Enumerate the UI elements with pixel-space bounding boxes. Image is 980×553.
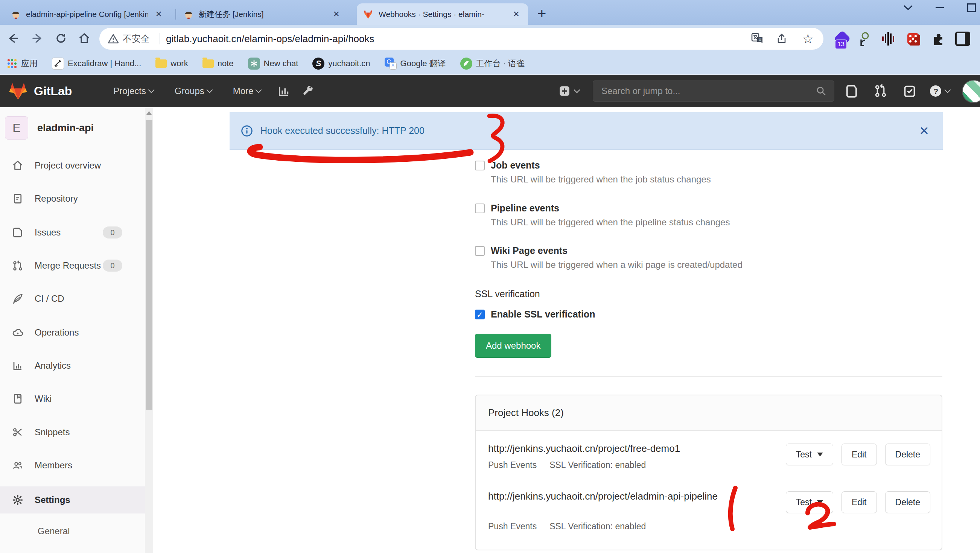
project-sidebar: E eladmin-api Project overview Repositor… bbox=[0, 107, 153, 553]
tab-close-icon[interactable]: ✕ bbox=[331, 10, 342, 19]
info-icon bbox=[241, 125, 253, 137]
alert-close-icon[interactable]: ✕ bbox=[919, 124, 929, 138]
activity-chart-icon[interactable] bbox=[277, 85, 290, 97]
chevron-down-icon bbox=[574, 87, 580, 93]
bookmark-excalidraw[interactable]: Excalidraw | Hand... bbox=[52, 57, 141, 70]
home-icon[interactable] bbox=[74, 28, 95, 49]
chevron-down-icon bbox=[945, 87, 951, 93]
hook-url: http://jenkins.yuchaoit.cn/project/free-… bbox=[488, 440, 680, 456]
sidebar-item-project-overview[interactable]: Project overview bbox=[0, 154, 145, 177]
scrollbar-thumb[interactable] bbox=[146, 120, 153, 410]
test-button[interactable]: Test bbox=[786, 443, 833, 466]
extensions-puzzle-icon[interactable] bbox=[931, 32, 945, 46]
edit-button[interactable]: Edit bbox=[842, 491, 877, 513]
scroll-up-arrow-icon[interactable] bbox=[146, 111, 152, 115]
address-bar[interactable]: 不安全 gitlab.yuchaoit.cn/elamin-ops/eladmi… bbox=[99, 28, 823, 50]
menu-more[interactable]: More bbox=[233, 86, 261, 96]
admin-wrench-icon[interactable] bbox=[301, 85, 314, 97]
sidebar-item-wiki[interactable]: Wiki bbox=[0, 388, 145, 410]
sidebar-item-ci-cd[interactable]: CI / CD bbox=[0, 288, 145, 310]
hook-meta: Push Events SSL Verification: enabled bbox=[488, 521, 646, 532]
tab-jenkins-config[interactable]: eladmin-api-pipeline Config [Jenkins] ✕ bbox=[5, 3, 170, 25]
window-maximize-button[interactable] bbox=[963, 0, 980, 15]
extension-person-icon[interactable] bbox=[858, 31, 872, 46]
sidebar-item-settings[interactable]: Settings bbox=[0, 486, 145, 513]
edit-button[interactable]: Edit bbox=[842, 443, 877, 466]
forward-icon[interactable] bbox=[27, 28, 48, 49]
sidebar-item-members[interactable]: Members bbox=[0, 454, 145, 477]
bookmark-work-folder[interactable]: work bbox=[156, 59, 188, 68]
sidebar-scrollbar[interactable] bbox=[145, 107, 153, 553]
new-tab-button[interactable]: + bbox=[538, 5, 546, 22]
ci-cd-icon bbox=[11, 293, 24, 304]
tab-gitlab-webhooks[interactable]: Webhooks · Settings · elamin- ✕ bbox=[357, 3, 528, 25]
hook-ssl-status: SSL Verification: enabled bbox=[549, 460, 646, 470]
bookmark-apps[interactable]: 应用 bbox=[7, 58, 38, 69]
sidebar-item-merge-requests[interactable]: Merge Requests 0 bbox=[0, 254, 145, 277]
merge-requests-shortcut-icon[interactable] bbox=[874, 84, 888, 98]
tab-close-icon[interactable]: ✕ bbox=[511, 10, 522, 19]
user-avatar[interactable] bbox=[962, 80, 980, 103]
test-button[interactable]: Test bbox=[786, 491, 833, 513]
tab-close-icon[interactable]: ✕ bbox=[153, 10, 164, 19]
search-input[interactable] bbox=[601, 86, 816, 97]
help-icon[interactable]: ? bbox=[929, 84, 950, 98]
document-icon bbox=[11, 193, 24, 204]
delete-button[interactable]: Delete bbox=[885, 491, 930, 513]
reload-icon[interactable] bbox=[51, 28, 72, 49]
add-webhook-button[interactable]: Add webhook bbox=[475, 334, 551, 358]
gitlab-search[interactable] bbox=[593, 81, 834, 102]
translate-icon[interactable]: X bbox=[751, 33, 764, 45]
extensions-area: 13 bbox=[836, 29, 980, 49]
sidebar-item-issues[interactable]: Issues 0 bbox=[0, 221, 145, 244]
sidebar-item-repository[interactable]: Repository bbox=[0, 188, 145, 210]
extension-waveform-icon[interactable] bbox=[881, 31, 896, 46]
enable-ssl-checkbox[interactable]: ✓ bbox=[475, 310, 485, 319]
bookmark-google-translate[interactable]: G A Google 翻译 bbox=[385, 57, 446, 70]
gitlab-logo-icon[interactable] bbox=[8, 82, 28, 100]
delete-button[interactable]: Delete bbox=[885, 443, 930, 466]
menu-groups[interactable]: Groups bbox=[175, 86, 212, 96]
url-text[interactable]: gitlab.yuchaoit.cn/elamin-ops/eladmin-ap… bbox=[166, 33, 374, 45]
todos-shortcut-icon[interactable] bbox=[903, 84, 916, 98]
bookmark-yuchaoit[interactable]: S yuchaoit.cn bbox=[312, 57, 370, 70]
window-minimize-button[interactable] bbox=[931, 0, 948, 15]
extension-purple-icon[interactable]: 13 bbox=[836, 33, 848, 45]
new-menu-plus-icon[interactable] bbox=[558, 85, 579, 97]
pipeline-events-checkbox[interactable] bbox=[475, 203, 485, 213]
bookmark-yuque[interactable]: 工作台 · 语雀 bbox=[460, 57, 525, 70]
security-label[interactable]: 不安全 bbox=[123, 33, 150, 45]
sidebar-item-analytics[interactable]: Analytics bbox=[0, 354, 145, 377]
tab-title: 新建任务 [Jenkins] bbox=[199, 9, 326, 19]
wiki-page-events-checkbox[interactable] bbox=[475, 246, 485, 256]
sidebar-item-operations[interactable]: Operations bbox=[0, 321, 145, 344]
folder-icon bbox=[156, 59, 167, 68]
sidebar-item-snippets[interactable]: Snippets bbox=[0, 421, 145, 443]
bookmark-note-folder[interactable]: note bbox=[202, 59, 234, 68]
main-content: Hook executed successfully: HTTP 200 ✕ J… bbox=[153, 107, 980, 553]
project-header[interactable]: E eladmin-api bbox=[5, 116, 94, 140]
sidebar-subitem-general[interactable]: General bbox=[38, 526, 70, 536]
home-icon bbox=[11, 160, 24, 171]
issues-count-badge: 0 bbox=[103, 226, 123, 238]
job-events-checkbox[interactable] bbox=[475, 160, 485, 170]
security-warning-icon[interactable] bbox=[108, 33, 119, 44]
cloud-icon bbox=[11, 327, 24, 338]
back-icon[interactable] bbox=[2, 28, 23, 49]
gitlab-brand[interactable]: GitLab bbox=[34, 84, 72, 98]
bookmark-star-icon[interactable]: ☆ bbox=[802, 32, 814, 45]
extension-dice-icon[interactable] bbox=[906, 31, 921, 46]
site-s-icon: S bbox=[312, 57, 325, 70]
project-hooks-panel: Project Hooks (2) http://jenkins.yuchaoi… bbox=[475, 395, 942, 550]
project-name: eladmin-api bbox=[37, 122, 94, 134]
side-panel-icon[interactable] bbox=[955, 32, 970, 46]
chevron-down-icon bbox=[148, 87, 155, 93]
share-icon[interactable] bbox=[776, 33, 789, 45]
tab-jenkins-new-task[interactable]: 新建任务 [Jenkins] ✕ bbox=[178, 3, 348, 25]
success-alert-banner: Hook executed successfully: HTTP 200 ✕ bbox=[229, 112, 943, 150]
menu-projects[interactable]: Projects bbox=[113, 86, 154, 96]
tab-search-chevron-icon[interactable] bbox=[899, 0, 917, 15]
bookmark-new-chat[interactable]: New chat bbox=[248, 57, 298, 70]
issues-shortcut-icon[interactable] bbox=[846, 84, 859, 98]
apps-grid-icon bbox=[7, 58, 18, 69]
